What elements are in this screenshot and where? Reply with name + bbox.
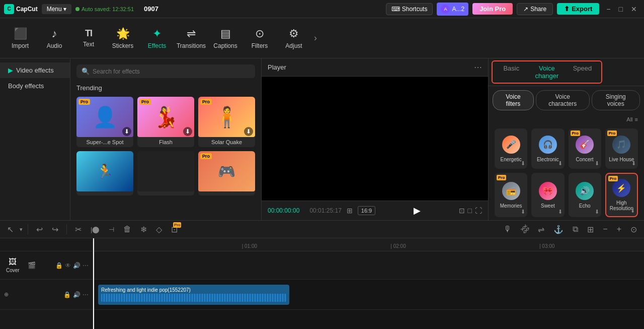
cursor-tool-button[interactable]: ↖ [4, 223, 17, 236]
effect-card-4[interactable]: 🏃 [76, 151, 133, 195]
maximize-button[interactable]: □ [616, 4, 626, 14]
toolbar-more-button[interactable]: › [312, 31, 319, 45]
split-button[interactable]: ✂ [72, 223, 85, 236]
aspect-ratio-button[interactable]: 16:9 [358, 206, 375, 215]
zoom-out-button[interactable]: − [600, 223, 610, 236]
vc-card-concert[interactable]: Pro 🎸 Concert ⬇ [569, 128, 601, 169]
delete-button[interactable]: 🗑 [120, 223, 134, 236]
tab-voice-characters[interactable]: Voice characters [536, 90, 590, 110]
effect-thumb-4: 🏃 [76, 151, 133, 191]
player-menu-icon[interactable]: ⋯ [474, 62, 482, 72]
avatar-button[interactable]: A A...2 [437, 3, 468, 16]
body-effects-button[interactable]: Body effects [0, 78, 70, 94]
vc-card-high-resolution[interactable]: Pro ⚡ High Resolution ⬇ [605, 173, 638, 217]
panel-tabs-row: Basic Voice changer Speed [489, 58, 644, 86]
tool-adjust[interactable]: ⚙ Adjust [278, 21, 310, 56]
mic-button[interactable]: 🎙 [501, 223, 515, 236]
cursor-dropdown[interactable]: ▾ [20, 226, 23, 233]
download-icon-2: ⬇ [183, 127, 192, 136]
shortcuts-button[interactable]: ⌨ Shortcuts [386, 3, 433, 15]
video-scene-icon[interactable]: 🎬 [25, 259, 39, 271]
aspect-button[interactable]: □ [468, 207, 472, 215]
join-pro-button[interactable]: Join Pro [472, 3, 513, 15]
tab-basic[interactable]: Basic [494, 62, 529, 82]
lock-icon[interactable]: 🔒 [55, 262, 63, 269]
energetic-icon: 🎤 [502, 136, 520, 154]
vc-card-energetic[interactable]: 🎤 Energetic ⬇ [495, 128, 527, 169]
auto-saved-status: Auto saved: 12:32:51 [75, 6, 134, 12]
tool-audio[interactable]: ♪ Audio [38, 21, 70, 56]
effect-card-6[interactable]: 🎮 Pro [198, 151, 255, 195]
volume-icon[interactable]: 🔊 [73, 262, 80, 269]
effect-card-5[interactable] [137, 151, 194, 195]
eye-icon[interactable]: 👁 [65, 262, 71, 269]
import-icon: ⬛ [14, 27, 27, 40]
effect-card-super-spot[interactable]: 👤 Pro ⬇ Super-...e Spot [76, 97, 133, 147]
menu-button[interactable]: Menu ▾ [42, 4, 71, 14]
audio-more-icon[interactable]: ⋯ [83, 291, 89, 298]
split-link-button[interactable]: ⇌ [535, 223, 547, 236]
tool-import[interactable]: ⬛ Import [4, 21, 36, 56]
tool-effects[interactable]: ✦ Effects [141, 21, 173, 56]
audio-track-add[interactable]: ⊕ [4, 291, 9, 298]
cover-button[interactable]: 🖼 Cover [4, 255, 22, 275]
fullscreen-button[interactable]: ⛶ [475, 207, 482, 215]
keyboard-icon: ⌨ [391, 6, 400, 13]
adjust-label: Adjust [285, 42, 302, 49]
video-effects-button[interactable]: ▶ Video effects [0, 62, 70, 78]
filter-row: All ≡ [489, 114, 644, 124]
tool-transitions[interactable]: ⇌ Transitions [175, 21, 207, 56]
zoom-in-button[interactable]: + [614, 223, 624, 236]
video-track-tools: 🔒 👁 🔊 ⋯ [55, 262, 89, 269]
tab-singing-voices[interactable]: Singing voices [592, 90, 640, 110]
shortcuts-label: Shortcuts [402, 6, 428, 13]
mask-button[interactable]: ◇ [153, 223, 165, 236]
fit-view-button[interactable]: ⊙ [627, 223, 640, 236]
import-label: Import [12, 42, 29, 49]
split3-button[interactable]: ⊣ [106, 224, 117, 235]
search-input[interactable] [93, 68, 250, 75]
effect-card-solar-quake[interactable]: 🧍 Pro ⬇ Solar Quake [198, 97, 255, 147]
crop-tl-button[interactable]: ⊞ [584, 223, 597, 236]
tab-speed[interactable]: Speed [565, 62, 600, 82]
anchor-button[interactable]: ⚓ [550, 223, 567, 236]
tool-filters[interactable]: ⊙ Filters [244, 21, 276, 56]
share-button[interactable]: ↗ Share [517, 3, 553, 15]
toolbar-separator-2 [66, 224, 67, 234]
split2-button[interactable]: |⬤ [88, 224, 103, 235]
effect-label-2: Flash [137, 137, 194, 147]
link-button[interactable]: ⛓ [515, 220, 534, 239]
tool-captions[interactable]: ▤ Captions [209, 21, 242, 56]
audio-clip[interactable]: Refreshing and light indie pop(1552207) [98, 285, 289, 305]
play-button[interactable]: ▶ [414, 205, 421, 216]
redo-button[interactable]: ↪ [49, 223, 61, 236]
vc-card-echo[interactable]: 🔊 Echo ⬇ [569, 173, 601, 217]
tool-text[interactable]: TI Text [72, 21, 105, 56]
close-button[interactable]: ✕ [628, 4, 640, 14]
vc-card-electronic[interactable]: 🎧 Electronic ⬇ [531, 128, 564, 169]
audio-lock-icon[interactable]: 🔒 [63, 291, 71, 298]
more-icon[interactable]: ⋯ [83, 262, 89, 269]
audio-track-label: ⊕ 🔒 🔊 ⋯ [0, 280, 93, 310]
tab-voice-changer[interactable]: Voice changer [529, 62, 565, 82]
top-bar: C CapCut Menu ▾ Auto saved: 12:32:51 090… [0, 0, 644, 18]
effect-thumb-5 [137, 151, 194, 191]
grid-view-button[interactable]: ⊞ [347, 207, 353, 215]
filters-label: Filters [252, 42, 268, 49]
export-button[interactable]: ⬆ Export [557, 3, 599, 15]
playhead[interactable] [93, 238, 94, 329]
crop-button[interactable]: ⊡ [459, 207, 465, 215]
copy-button[interactable]: ⧉ [570, 223, 581, 236]
vc-card-live-house[interactable]: Pro 🎵 Live House ⬇ [605, 128, 638, 169]
vc-card-memories[interactable]: Pro 📻 Memories ⬇ [495, 173, 527, 217]
effect-card-flash[interactable]: 💃 Pro ⬇ Flash [137, 97, 194, 147]
vc-card-sweet[interactable]: 🎀 Sweet ⬇ [531, 173, 564, 217]
minimize-button[interactable]: − [603, 4, 613, 14]
tab-voice-filters[interactable]: Voice filters [493, 90, 534, 110]
all-filter-label[interactable]: All [626, 116, 632, 122]
tool-stickers[interactable]: 🌟 Stickers [107, 21, 139, 56]
undo-button[interactable]: ↩ [33, 223, 46, 236]
export-icon: ⬆ [564, 5, 570, 13]
audio-volume-icon[interactable]: 🔊 [73, 291, 80, 298]
freeze-button[interactable]: ❄ [137, 223, 150, 236]
